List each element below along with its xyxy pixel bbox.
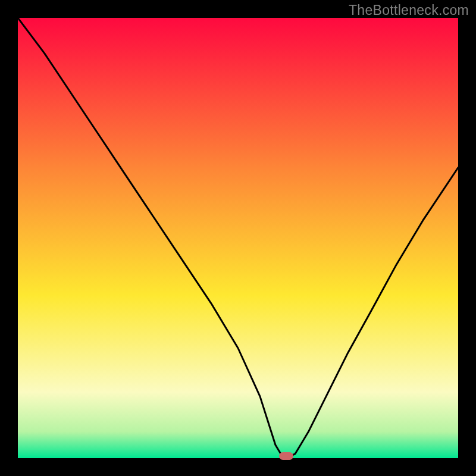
plot-area bbox=[18, 18, 458, 458]
chart-frame: TheBottleneck.com bbox=[0, 0, 476, 476]
gradient-background bbox=[18, 18, 458, 458]
plot-svg bbox=[18, 18, 458, 458]
optimal-marker bbox=[279, 452, 293, 460]
watermark-text: TheBottleneck.com bbox=[349, 2, 469, 18]
